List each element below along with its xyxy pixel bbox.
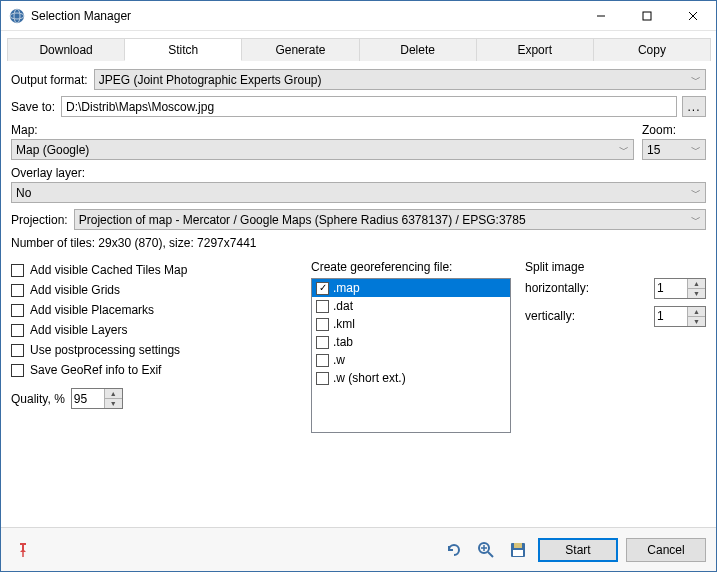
chevron-down-icon: ﹀ [691,143,701,157]
checkbox-icon [11,364,24,377]
split-h-input[interactable] [655,279,687,298]
overlay-select[interactable]: No ﹀ [11,182,706,203]
checkbox-icon [11,304,24,317]
svg-rect-14 [513,550,523,556]
georef-list[interactable]: .map .dat .kml .tab [311,278,511,433]
split-v-input[interactable] [655,307,687,326]
zoom-select[interactable]: 15 ﹀ [642,139,706,160]
footer: Start Cancel [1,527,716,571]
spinner-buttons: ▲ ▼ [687,307,705,326]
spinner-buttons: ▲ ▼ [104,389,122,408]
svg-rect-13 [514,543,522,548]
projection-label: Projection: [11,213,68,227]
checkbox-icon [316,372,329,385]
maximize-button[interactable] [624,1,670,30]
save-to-input[interactable] [66,97,672,116]
minimize-button[interactable] [578,1,624,30]
checkbox-icon [316,354,329,367]
save-to-label: Save to: [11,100,55,114]
georef-item-map[interactable]: .map [312,279,510,297]
chevron-down-icon: ﹀ [619,143,629,157]
checkbox-icon [11,344,24,357]
browse-button[interactable]: ... [682,96,706,117]
check-georef-exif[interactable]: Save GeoRef info to Exif [11,360,301,380]
cancel-button[interactable]: Cancel [626,538,706,562]
check-placemarks[interactable]: Add visible Placemarks [11,300,301,320]
checkbox-icon [316,282,329,295]
tab-delete[interactable]: Delete [359,38,477,61]
content-panel: Output format: JPEG (Joint Photographic … [1,61,716,527]
overlay-value: No [16,186,31,200]
georef-item-label: .w [333,353,345,367]
tab-stitch[interactable]: Stitch [124,38,242,61]
georef-item-w[interactable]: .w [312,351,510,369]
close-button[interactable] [670,1,716,30]
check-layers[interactable]: Add visible Layers [11,320,301,340]
output-format-label: Output format: [11,73,88,87]
pin-icon[interactable] [11,538,35,562]
quality-input[interactable] [72,389,104,408]
spin-up[interactable]: ▲ [688,279,705,289]
zoom-label: Zoom: [642,123,706,137]
quality-spinner[interactable]: ▲ ▼ [71,388,123,409]
checkbox-icon [11,264,24,277]
checkbox-icon [11,284,24,297]
svg-rect-4 [643,12,651,20]
svg-line-9 [488,552,493,557]
georef-item-label: .map [333,281,360,295]
svg-point-0 [10,9,24,23]
check-georef-exif-label: Save GeoRef info to Exif [30,363,161,377]
georef-item-label: .w (short ext.) [333,371,406,385]
start-button[interactable]: Start [538,538,618,562]
titlebar: Selection Manager [1,1,716,31]
split-h-spinner[interactable]: ▲ ▼ [654,278,706,299]
split-v-spinner[interactable]: ▲ ▼ [654,306,706,327]
split-label: Split image [525,260,706,274]
tile-info: Number of tiles: 29x30 (870), size: 7297… [11,236,706,250]
georef-item-wshort[interactable]: .w (short ext.) [312,369,510,387]
georef-item-label: .tab [333,335,353,349]
georef-item-label: .dat [333,299,353,313]
tab-copy[interactable]: Copy [593,38,711,61]
window-title: Selection Manager [31,9,578,23]
output-format-value: JPEG (Joint Photographic Experts Group) [99,73,322,87]
check-postproc-label: Use postprocessing settings [30,343,180,357]
app-icon [9,8,25,24]
chevron-down-icon: ﹀ [691,73,701,87]
check-grids-label: Add visible Grids [30,283,120,297]
spin-down[interactable]: ▼ [688,289,705,298]
reset-icon[interactable] [442,538,466,562]
tab-generate[interactable]: Generate [241,38,359,61]
georef-item-dat[interactable]: .dat [312,297,510,315]
georef-item-label: .kml [333,317,355,331]
spin-down[interactable]: ▼ [105,399,122,408]
quality-label: Quality, % [11,392,65,406]
spin-up[interactable]: ▲ [688,307,705,317]
save-to-input-wrapper [61,96,677,117]
map-value: Map (Google) [16,143,89,157]
save-icon[interactable] [506,538,530,562]
output-format-select[interactable]: JPEG (Joint Photographic Experts Group) … [94,69,706,90]
chevron-down-icon: ﹀ [691,213,701,227]
zoom-value: 15 [647,143,660,157]
spin-down[interactable]: ▼ [688,317,705,326]
tab-download[interactable]: Download [7,38,125,61]
chevron-down-icon: ﹀ [691,186,701,200]
checkbox-icon [11,324,24,337]
check-grids[interactable]: Add visible Grids [11,280,301,300]
checkbox-icon [316,318,329,331]
check-cached[interactable]: Add visible Cached Tiles Map [11,260,301,280]
check-placemarks-label: Add visible Placemarks [30,303,154,317]
spin-up[interactable]: ▲ [105,389,122,399]
projection-select[interactable]: Projection of map - Mercator / Google Ma… [74,209,706,230]
georef-item-tab[interactable]: .tab [312,333,510,351]
window: Selection Manager Download Stitch Genera… [0,0,717,572]
projection-value: Projection of map - Mercator / Google Ma… [79,213,526,227]
check-postproc[interactable]: Use postprocessing settings [11,340,301,360]
tab-export[interactable]: Export [476,38,594,61]
map-select[interactable]: Map (Google) ﹀ [11,139,634,160]
map-label: Map: [11,123,634,137]
georef-item-kml[interactable]: .kml [312,315,510,333]
zoom-icon[interactable] [474,538,498,562]
tab-strip: Download Stitch Generate Delete Export C… [7,37,710,61]
